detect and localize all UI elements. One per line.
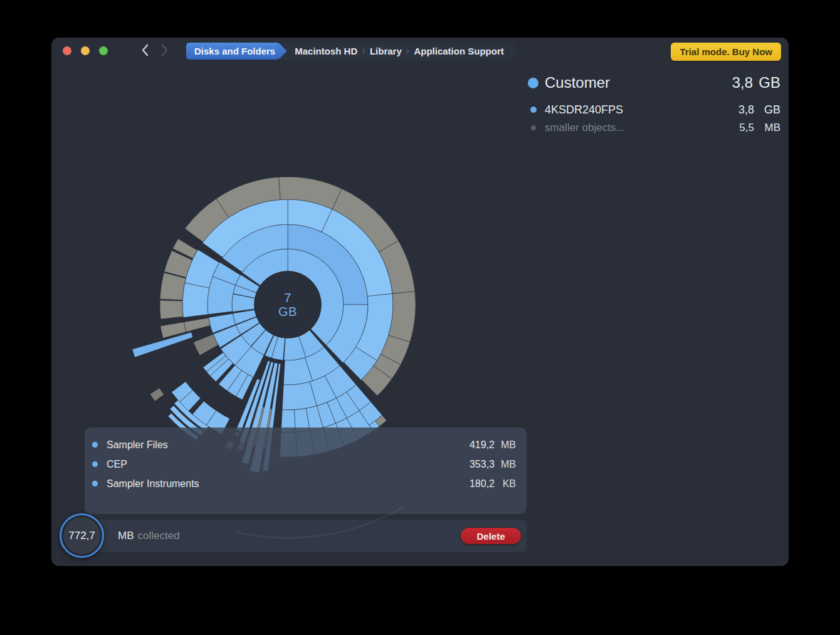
item-size-value: 353,3 bbox=[462, 459, 495, 470]
chart-center-size[interactable]: 7 GB bbox=[278, 291, 297, 318]
collector-collected-label: collected bbox=[138, 530, 180, 542]
titlebar: Disks and Folders Macintosh HD›Library›A… bbox=[51, 38, 789, 66]
collector-list-row[interactable]: Sampler Files419,2MB bbox=[85, 435, 527, 454]
collector-list-panel: Sampler Files419,2MBCEP353,3MBSampler In… bbox=[85, 428, 527, 514]
item-size-unit: MB bbox=[495, 439, 516, 451]
collector-total-value: 772,7 bbox=[68, 530, 95, 542]
breadcrumb-item[interactable]: Application Support bbox=[407, 43, 510, 60]
chart-segment[interactable] bbox=[160, 300, 183, 319]
item-label: Sampler Files bbox=[107, 439, 168, 451]
breadcrumb-item[interactable]: Library bbox=[364, 43, 408, 60]
delete-button[interactable]: Delete bbox=[461, 528, 521, 544]
chart-segment[interactable] bbox=[182, 283, 209, 317]
details-row[interactable]: Customer3,8GB bbox=[528, 70, 780, 95]
chart-segment[interactable] bbox=[184, 318, 210, 332]
item-size-unit: KB bbox=[495, 478, 516, 490]
breadcrumb-item[interactable]: Macintosh HD bbox=[288, 43, 364, 60]
item-size-value: 3,8 bbox=[722, 74, 753, 92]
collector-list-row[interactable]: Sampler Instruments180,2KB bbox=[85, 474, 527, 493]
item-size-value: 419,2 bbox=[462, 439, 495, 451]
item-size-value: 3,8 bbox=[728, 103, 754, 117]
item-size-unit: MB bbox=[495, 459, 516, 470]
screenshot-background: 7 GB Disks and Folders Macintosh HD›Libr… bbox=[0, 0, 840, 635]
trial-buy-now-button[interactable]: Trial mode. Buy Now bbox=[671, 43, 781, 61]
item-color-dot-icon bbox=[530, 107, 537, 113]
chart-segment[interactable] bbox=[193, 334, 218, 355]
item-label: smaller objects... bbox=[545, 122, 625, 134]
item-label: CEP bbox=[107, 459, 127, 470]
chevron-left-icon bbox=[141, 44, 149, 59]
item-color-dot-icon bbox=[528, 78, 538, 88]
back-button[interactable] bbox=[138, 45, 152, 58]
forward-button[interactable] bbox=[158, 45, 172, 58]
breadcrumb-disks-and-folders[interactable]: Disks and Folders bbox=[186, 43, 280, 60]
item-size-unit: GB bbox=[753, 74, 780, 92]
minimize-window-button[interactable] bbox=[81, 46, 90, 55]
collector-total-caption: MB collected bbox=[118, 520, 180, 552]
item-color-dot-icon bbox=[92, 481, 98, 486]
collector-total-badge[interactable]: 772,7 bbox=[60, 513, 104, 558]
item-size-unit: MB bbox=[754, 122, 780, 134]
breadcrumb: Disks and Folders Macintosh HD›Library›A… bbox=[186, 43, 515, 60]
item-color-dot-icon bbox=[92, 461, 98, 467]
chart-center-unit: GB bbox=[278, 305, 297, 318]
item-size-unit: GB bbox=[754, 103, 780, 117]
item-label: Customer bbox=[545, 74, 610, 92]
chevron-right-icon bbox=[161, 44, 169, 59]
item-size-value: 180,2 bbox=[462, 478, 495, 490]
breadcrumb-path: Macintosh HD›Library›Application Support bbox=[273, 43, 515, 60]
item-label: 4KSDR240FPS bbox=[545, 103, 623, 117]
collector-total-unit: MB bbox=[118, 530, 134, 542]
item-size-value: 5,5 bbox=[728, 122, 754, 134]
details-row[interactable]: smaller objects...5,5MB bbox=[528, 119, 780, 137]
app-window: 7 GB Disks and Folders Macintosh HD›Libr… bbox=[51, 38, 789, 566]
collector-list-row[interactable]: CEP353,3MB bbox=[85, 454, 527, 474]
details-panel: Customer3,8GB4KSDR240FPS3,8GBsmaller obj… bbox=[528, 70, 780, 137]
zoom-window-button[interactable] bbox=[99, 46, 108, 55]
close-window-button[interactable] bbox=[63, 46, 71, 55]
chart-center-value: 7 bbox=[278, 291, 297, 305]
item-color-dot-icon bbox=[92, 442, 98, 448]
chart-segment[interactable] bbox=[160, 273, 186, 300]
chart-segment[interactable] bbox=[150, 388, 164, 401]
details-row[interactable]: 4KSDR240FPS3,8GB bbox=[528, 100, 780, 119]
item-label: Sampler Instruments bbox=[107, 478, 199, 490]
collector-bar: 772,7 MB collected Delete bbox=[82, 520, 527, 552]
item-color-dot-icon bbox=[531, 125, 536, 130]
